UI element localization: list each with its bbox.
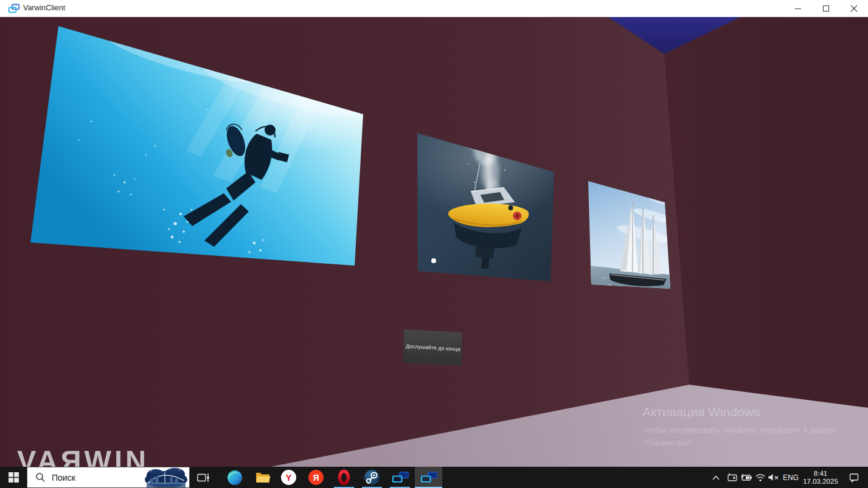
bing-daily-image[interactable] — [143, 467, 189, 488]
tray-clock[interactable]: 8:41 17.03.2025 — [802, 467, 839, 488]
edge-icon — [227, 470, 243, 486]
chevron-up-icon — [712, 474, 720, 481]
tray-display-cast[interactable] — [725, 467, 740, 488]
taskbar-app-yandex-browser[interactable]: Y — [275, 467, 302, 488]
window-titlebar: VarwinClient — [0, 0, 868, 17]
notification-icon — [849, 472, 859, 483]
close-button[interactable] — [840, 0, 868, 17]
windows-activation-watermark: Активация Windows Чтобы активировать Win… — [642, 405, 867, 449]
watermark-line3: "Параметры". — [642, 436, 867, 449]
taskbar-app-varwin[interactable] — [386, 467, 414, 488]
taskbar-app-yandex[interactable]: Я — [302, 467, 330, 488]
task-view-button[interactable] — [190, 467, 217, 488]
language-indicator: ENG — [783, 473, 799, 482]
maximize-button[interactable] — [812, 0, 840, 17]
watermark-line2: Чтобы активировать Windows, перейдите в … — [642, 424, 867, 436]
right-wall — [664, 17, 868, 408]
desktop: VarwinClient — [0, 0, 868, 488]
taskbar-search[interactable] — [27, 467, 190, 488]
yandex-browser-glyph: Y — [285, 472, 291, 483]
file-explorer-icon — [255, 470, 271, 486]
varwin-icon — [392, 470, 409, 485]
tray-language[interactable]: ENG — [781, 467, 800, 488]
clock-time: 8:41 — [814, 470, 827, 478]
windows-logo-icon — [9, 472, 19, 483]
window-title: VarwinClient — [23, 4, 65, 12]
billboard-text: Дослушайте до конца — [401, 329, 464, 366]
varwin-app-icon — [8, 4, 20, 13]
clock-date: 17.03.2025 — [803, 478, 838, 486]
scene-render — [0, 17, 868, 467]
yandex-glyph: Я — [313, 473, 319, 483]
speaker-mute-icon — [768, 473, 779, 482]
search-icon — [35, 472, 46, 483]
battery-charging-icon — [740, 472, 752, 483]
opera-icon — [336, 469, 352, 486]
watermark-title: Активация Windows — [642, 405, 867, 419]
tray-battery[interactable] — [738, 467, 754, 488]
varwin-logo: VAЯWIN — [17, 444, 149, 467]
display-tray-icon — [727, 472, 738, 483]
wifi-icon — [755, 473, 766, 482]
taskbar-app-file-explorer[interactable] — [249, 467, 276, 488]
video-progress-dot — [431, 258, 436, 263]
yandex-icon: Я — [308, 469, 324, 486]
tray-show-hidden-icons[interactable] — [708, 467, 724, 488]
taskbar-app-edge[interactable] — [221, 467, 248, 488]
varwin-icon — [420, 470, 437, 485]
steam-icon — [364, 469, 380, 486]
action-center-button[interactable] — [843, 467, 865, 488]
tray-volume[interactable] — [765, 467, 781, 488]
taskbar-app-steam[interactable] — [358, 467, 386, 488]
vr-scene-viewport[interactable]: Дослушайте до конца VAЯWIN Активация Win… — [0, 17, 868, 467]
minimize-button[interactable] — [784, 0, 812, 17]
search-input[interactable] — [52, 473, 137, 483]
taskbar-app-opera[interactable] — [330, 467, 358, 488]
yandex-browser-icon: Y — [280, 469, 297, 486]
task-view-icon — [196, 472, 210, 483]
close-icon — [850, 5, 858, 12]
taskbar-app-varwin-active[interactable] — [415, 467, 442, 488]
minimize-icon — [794, 5, 802, 12]
taskbar: Y Я — [0, 467, 868, 488]
start-button[interactable] — [0, 467, 27, 488]
maximize-icon — [822, 5, 830, 12]
